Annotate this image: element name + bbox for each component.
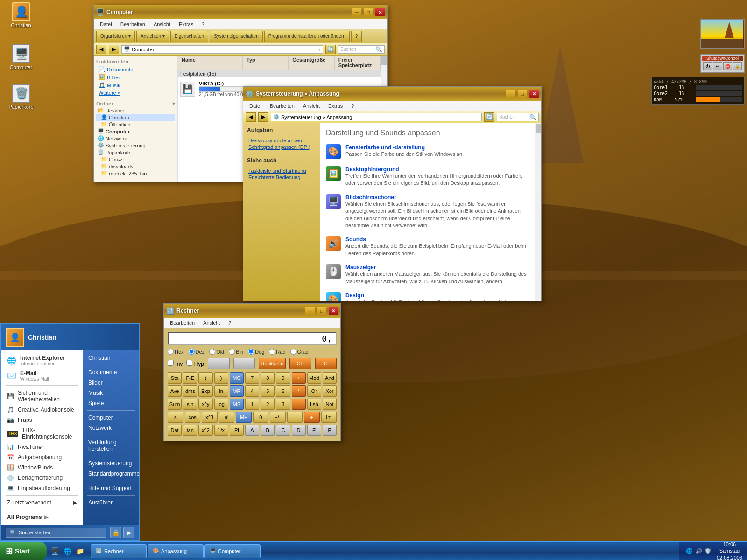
- tree-netzwerk[interactable]: 🌐 Netzwerk: [96, 135, 175, 142]
- radio-rad[interactable]: Rad: [269, 349, 285, 355]
- btn-or[interactable]: Or: [307, 385, 321, 397]
- mauszeiger-title[interactable]: Mauszeiger: [345, 264, 529, 271]
- start-right-verbindung[interactable]: Verbindung herstellen: [85, 437, 137, 454]
- cp-refresh-btn[interactable]: 🔄: [484, 112, 494, 122]
- shutdown-power-btn[interactable]: ⏻: [703, 62, 712, 70]
- explorer-refresh-btn[interactable]: 🔄: [325, 45, 336, 54]
- start-item-creative[interactable]: 🎵 Creative-Audiokonsole: [3, 405, 81, 415]
- fensterfarbe-title[interactable]: Fensterfarbe und -darstellung: [345, 144, 464, 151]
- sidebar-link-bilder[interactable]: 🖼️ Bilder: [96, 73, 175, 81]
- explorer-btn-deinstall[interactable]: Programm deinstallieren oder ändern: [264, 31, 350, 42]
- start-item-rivatuner[interactable]: 📊 RivaTuner: [3, 442, 81, 452]
- cp-menu-extras[interactable]: Extras: [324, 102, 346, 110]
- ql-show-desktop[interactable]: 🖥️: [49, 546, 60, 557]
- tree-christian[interactable]: 👤 Christian: [96, 114, 175, 121]
- start-recently-used[interactable]: Zuletzt verwendet ▶: [3, 497, 81, 508]
- btn-sub[interactable]: -: [292, 399, 306, 410]
- calc-blank-1[interactable]: [208, 358, 229, 369]
- explorer-menu-extras[interactable]: Extras: [175, 21, 197, 28]
- tree-rmdock[interactable]: 📁 rmdock_235_bin: [96, 170, 175, 177]
- cp-item-sounds[interactable]: 🔊 Sounds Ändert die Sounds, die Sie zum …: [326, 236, 529, 257]
- start-item-internet[interactable]: 🌐 Internet Explorer Internet Explorer: [3, 353, 81, 368]
- start-item-email[interactable]: ✉️ E-Mail Windows Mail: [3, 368, 81, 384]
- btn-B[interactable]: B: [261, 425, 275, 436]
- start-all-programs[interactable]: All Programs ▶: [3, 512, 81, 522]
- cp-seealso-taskleiste[interactable]: Taskleiste und Startmenü: [247, 168, 316, 174]
- radio-grad[interactable]: Grad: [290, 349, 309, 355]
- calc-btn-ruecktaste[interactable]: Rücktaste: [259, 358, 286, 369]
- tree-cpuz[interactable]: 📁 Cpu-z: [96, 156, 175, 163]
- radio-dez[interactable]: Dez: [189, 349, 205, 355]
- calc-minimize-btn[interactable]: ─: [305, 307, 315, 315]
- start-right-bilder[interactable]: Bilder: [85, 378, 137, 388]
- sounds-title[interactable]: Sounds: [345, 236, 529, 243]
- shutdown-lock-btn[interactable]: 🔒: [733, 62, 742, 70]
- cp-titlebar[interactable]: ⚙️ Systemsteuerung » Anpassung ─ □ ✕: [243, 87, 541, 101]
- cp-maximize-btn[interactable]: □: [518, 90, 527, 98]
- cp-close-btn[interactable]: ✕: [529, 90, 539, 98]
- explorer-menu-help[interactable]: ?: [198, 21, 208, 28]
- shutdown-stop-btn[interactable]: ⛔: [723, 62, 732, 70]
- btn-F[interactable]: F: [323, 425, 337, 436]
- calc-btn-ce[interactable]: CE: [289, 358, 311, 369]
- cp-item-fensterfarbe[interactable]: 🎨 Fensterfarbe und -darstellung Passen S…: [326, 144, 529, 159]
- radio-bin[interactable]: Bin: [229, 349, 243, 355]
- tree-oeffentlich[interactable]: 📁 Öffentlich: [96, 121, 175, 128]
- col-name[interactable]: Name: [178, 56, 243, 70]
- desktop-icon-christian[interactable]: 👤 Christian: [5, 2, 37, 28]
- col-total[interactable]: Gesamtgröße: [289, 56, 334, 70]
- btn-ave[interactable]: Ave: [168, 385, 182, 397]
- sidebar-link-musik[interactable]: 🎵 Musik: [96, 81, 175, 89]
- tree-desktop[interactable]: 📂 Desktop: [96, 107, 175, 114]
- start-right-christian[interactable]: Christian: [85, 353, 137, 363]
- start-right-musik[interactable]: Musik: [85, 388, 137, 398]
- btn-cos[interactable]: cos: [185, 412, 201, 423]
- col-free[interactable]: Freier Speicherplatz: [335, 56, 381, 70]
- tray-icon-security[interactable]: 🛡️: [705, 547, 712, 555]
- btn-sta[interactable]: Sta: [168, 372, 182, 384]
- tree-computer[interactable]: 🖥️ Computer: [96, 128, 175, 135]
- btn-x3[interactable]: x^3: [202, 412, 218, 423]
- explorer-close-btn[interactable]: ✕: [375, 8, 385, 16]
- explorer-forward-btn[interactable]: ▶: [109, 45, 119, 54]
- taskbar-item-rechner[interactable]: 🔢 Rechner: [91, 544, 147, 558]
- btn-xor[interactable]: Xor: [323, 385, 337, 397]
- start-right-systemsteuerung[interactable]: Systemsteuerung: [85, 458, 137, 469]
- radio-hex[interactable]: Hex: [168, 349, 184, 355]
- btn-x2[interactable]: x^2: [198, 425, 212, 436]
- btn-exp[interactable]: Exp: [198, 385, 212, 397]
- radio-okt[interactable]: Okt: [209, 349, 224, 355]
- btn-9[interactable]: 9: [276, 372, 290, 384]
- btn-1[interactable]: 1: [245, 399, 259, 410]
- sidebar-link-weitere[interactable]: Weitere »: [96, 89, 175, 97]
- start-right-netzwerk[interactable]: Netzwerk: [85, 423, 137, 433]
- sidebar-link-dokumente[interactable]: 📄 Dokumente: [96, 65, 175, 73]
- tree-papierkorb[interactable]: 🗑️ Papierkorb: [96, 149, 175, 156]
- calc-menu-ansicht[interactable]: Ansicht: [199, 319, 224, 327]
- cp-task-schriftgrad[interactable]: Schriftgrad anpassen (DPI): [247, 144, 316, 150]
- explorer-maximize-btn[interactable]: □: [364, 8, 373, 16]
- btn-mod[interactable]: Mod: [307, 372, 321, 384]
- cp-menu-help[interactable]: ?: [347, 102, 358, 110]
- explorer-btn-systemeig[interactable]: Systemeigenschaften: [210, 31, 263, 42]
- btn-pi[interactable]: Pi: [230, 425, 244, 436]
- btn-7[interactable]: 7: [245, 372, 259, 384]
- cp-back-btn[interactable]: ◀: [246, 112, 256, 122]
- cp-item-mauszeiger[interactable]: 🖱️ Mauszeiger Wählt einen anderen Mausze…: [326, 264, 529, 285]
- design-title[interactable]: Design: [345, 292, 529, 299]
- calc-menu-help[interactable]: ?: [225, 319, 235, 327]
- btn-close-paren[interactable]: ): [214, 372, 228, 384]
- btn-2[interactable]: 2: [261, 399, 275, 410]
- explorer-search-box[interactable]: Suchen 🔍: [338, 45, 385, 54]
- tray-clock[interactable]: 10:06 Samstag 02.08.2006: [717, 541, 742, 560]
- btn-recip[interactable]: 1/x: [214, 425, 228, 436]
- btn-dms[interactable]: dms: [183, 385, 197, 397]
- cp-scrollbar-thumb[interactable]: [536, 124, 541, 133]
- start-right-hilfe[interactable]: Hilfe und Support: [85, 483, 137, 493]
- btn-C[interactable]: C: [276, 425, 290, 436]
- btn-3[interactable]: 3: [276, 399, 290, 410]
- cp-minimize-btn[interactable]: ─: [506, 90, 515, 98]
- calc-close-btn[interactable]: ✕: [329, 307, 338, 315]
- scrollbar-thumb[interactable]: [381, 56, 387, 65]
- btn-ln[interactable]: ln: [214, 385, 228, 397]
